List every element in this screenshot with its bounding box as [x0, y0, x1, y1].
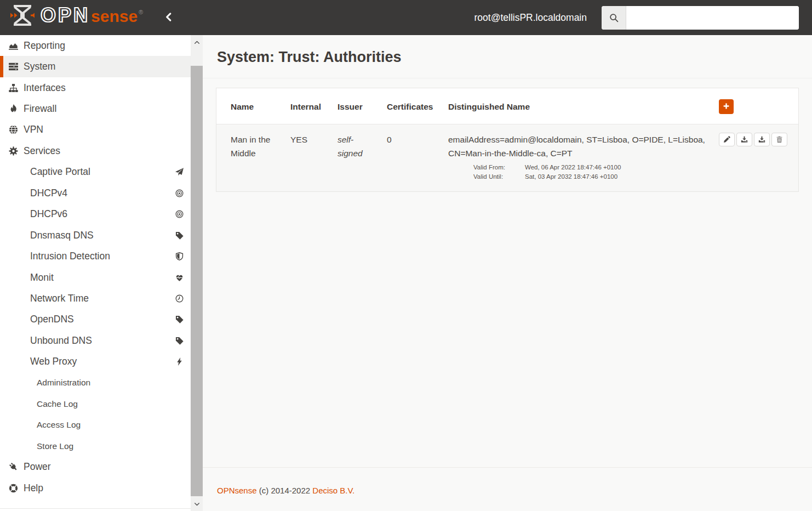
column-header-internal: Internal: [285, 88, 332, 124]
sidebar-item-firewall[interactable]: Firewall: [0, 98, 191, 119]
opnsense-logo[interactable]: OPNsense®: [10, 4, 143, 31]
sidebar-item-label: DHCPv6: [30, 208, 67, 220]
sidebar-item-power[interactable]: Power: [0, 457, 191, 478]
sidebar-item-label: Monit: [30, 272, 54, 283]
download-icon: [758, 136, 765, 143]
sidebar-item-unbound-dns[interactable]: Unbound DNS: [0, 330, 191, 351]
authorities-table: Name Internal Issuer Certificates Distin…: [216, 88, 798, 191]
opnsense-footer-link[interactable]: OPNsense: [217, 486, 257, 495]
delete-button[interactable]: [771, 133, 787, 146]
sidebar-item-dnsmasq-dns[interactable]: Dnsmasq DNS: [0, 225, 191, 246]
column-header-certificates: Certificates: [381, 88, 443, 124]
sidebar-item-interfaces[interactable]: Interfaces: [0, 77, 191, 98]
sidebar-item-label: Reporting: [24, 40, 65, 52]
cell-internal: YES: [285, 124, 332, 192]
search-icon: [602, 6, 626, 30]
table-row: Man in the Middle YES self-signed 0 emai…: [216, 124, 798, 192]
sidebar-item-vpn[interactable]: VPN: [0, 120, 191, 140]
validity-row: Valid From:Wed, 06 Apr 2022 18:47:46 +01…: [473, 163, 708, 172]
sidebar-item-help[interactable]: Help: [0, 478, 191, 498]
sidebar-item-network-time[interactable]: Network Time: [0, 288, 191, 309]
validity-value: Wed, 06 Apr 2022 18:47:46 +0100: [525, 163, 621, 172]
sidebar-scrollbar[interactable]: [191, 35, 203, 511]
scrollbar-thumb[interactable]: [191, 66, 203, 496]
fire-icon: [8, 104, 19, 114]
cell-name: Man in the Middle: [216, 124, 285, 192]
logo-text-solid: sense: [91, 5, 138, 28]
sidebar-item-captive-portal[interactable]: Captive Portal: [0, 162, 191, 183]
sidebar-item-label: Captive Portal: [30, 166, 90, 178]
sidebar-item-administration[interactable]: Administration: [0, 372, 191, 393]
body-row: ReportingSystemInterfacesFirewallVPNServ…: [0, 35, 812, 511]
sidebar-item-label: Access Log: [37, 420, 81, 430]
sidebar-item-monit[interactable]: Monit: [0, 267, 191, 288]
plus-icon: [723, 103, 730, 111]
validity-value: Sat, 03 Apr 2032 18:47:46 +0100: [525, 172, 617, 181]
sidebar-item-label: Administration: [37, 378, 90, 388]
opnsense-logo-text: OPNsense®: [41, 4, 143, 31]
sidebar-item-label: Network Time: [30, 293, 89, 304]
page-header: System: Trust: Authorities: [203, 35, 812, 78]
export-certificate-button[interactable]: [736, 133, 752, 146]
area-chart-icon: [8, 41, 19, 50]
sidebar-item-services[interactable]: Services: [0, 140, 191, 161]
bullseye-icon: [175, 210, 184, 218]
top-bar: OPNsense® root@tellisPR.localdomain: [0, 0, 812, 35]
table-header-row: Name Internal Issuer Certificates Distin…: [216, 88, 798, 124]
cell-certificates: 0: [381, 124, 443, 192]
add-authority-button[interactable]: [719, 99, 734, 114]
sidebar-collapse-button[interactable]: [164, 12, 175, 23]
bullseye-icon: [175, 189, 184, 197]
sidebar-item-label: Firewall: [24, 103, 56, 115]
sidebar-item-store-log[interactable]: Store Log: [0, 435, 191, 456]
sidebar-item-web-proxy[interactable]: Web Proxy: [0, 351, 191, 372]
sidebar-item-dhcpv4[interactable]: DHCPv4: [0, 183, 191, 203]
sidebar-item-dhcpv6[interactable]: DHCPv6: [0, 204, 191, 225]
sidebar-item-opendns[interactable]: OpenDNS: [0, 309, 191, 330]
sitemap-icon: [8, 83, 19, 93]
column-header-name: Name: [216, 88, 285, 124]
sidebar-item-label: Services: [24, 145, 60, 157]
column-header-issuer: Issuer: [332, 88, 381, 124]
sidebar-item-label: Interfaces: [24, 82, 66, 94]
sidebar: ReportingSystemInterfacesFirewallVPNServ…: [0, 35, 203, 511]
validity-label: Valid Until:: [473, 172, 525, 181]
chevron-up-icon[interactable]: [191, 36, 203, 48]
cell-actions: [713, 124, 798, 192]
sidebar-item-access-log[interactable]: Access Log: [0, 415, 191, 435]
main-content: System: Trust: Authorities Name Internal…: [203, 35, 812, 511]
download-icon: [741, 136, 748, 143]
sidebar-item-label: Web Proxy: [30, 356, 77, 367]
clock-icon: [175, 294, 184, 303]
cell-issuer: self-signed: [332, 124, 381, 192]
sidebar-item-system[interactable]: System: [0, 56, 191, 77]
export-key-button[interactable]: [754, 133, 770, 146]
validity-label: Valid From:: [473, 163, 525, 172]
tag-icon: [175, 231, 184, 240]
logo-text-outline: OPN: [41, 4, 90, 27]
sidebar-item-label: Cache Log: [37, 399, 78, 409]
sidebar-item-intrusion-detection[interactable]: Intrusion Detection: [0, 246, 191, 266]
sidebar-item-label: Power: [24, 461, 51, 473]
edit-button[interactable]: [719, 133, 735, 146]
globe-icon: [8, 125, 19, 135]
life-ring-icon: [8, 483, 19, 493]
heartbeat-icon: [175, 274, 184, 282]
sidebar-item-cache-log[interactable]: Cache Log: [0, 393, 191, 414]
chevron-down-icon[interactable]: [191, 498, 203, 510]
sidebar-item-label: Dnsmasq DNS: [30, 230, 94, 241]
copyright-text: (c) 2014-2022: [259, 486, 310, 495]
validity-row: Valid Until:Sat, 03 Apr 2032 18:47:46 +0…: [473, 172, 708, 181]
sidebar-item-label: Unbound DNS: [30, 335, 92, 347]
search-input[interactable]: [626, 6, 799, 30]
paper-plane-icon: [175, 168, 184, 176]
deciso-footer-link[interactable]: Deciso B.V.: [312, 486, 354, 495]
registered-mark: ®: [139, 1, 143, 24]
tag-icon: [175, 315, 184, 323]
shield-icon: [175, 252, 184, 260]
page-title: System: Trust: Authorities: [217, 49, 798, 66]
sidebar-item-reporting[interactable]: Reporting: [0, 35, 191, 56]
authorities-panel: Name Internal Issuer Certificates Distin…: [216, 88, 799, 192]
topbar-right: root@tellisPR.localdomain: [474, 6, 799, 30]
global-search: [602, 6, 799, 30]
